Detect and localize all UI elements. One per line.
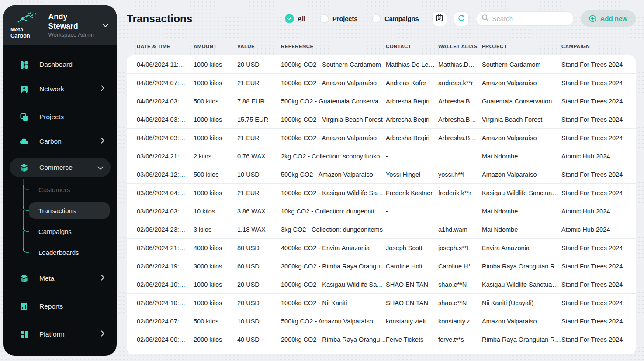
sub-item-label: Campaigns	[38, 228, 72, 235]
table-cell: 21 EUR	[237, 134, 281, 141]
table-cell: shao.e**N	[438, 281, 482, 288]
table-cell: 1000kg CO2 - Nii Kaniti	[281, 299, 386, 306]
table-row[interactable]: 04/06/2024 03:…1000 kilos15.75 EUR1000kg…	[127, 110, 636, 129]
search-input[interactable]	[492, 15, 562, 22]
table-body: 04/06/2024 11:…1000 kilos20 USD1000kg CO…	[127, 55, 636, 349]
table-row[interactable]: 03/06/2024 04:…1000 kilos21 EUR1000kg CO…	[127, 184, 636, 202]
table-row[interactable]: 04/06/2024 03:…1000 kilos21 EUR1000kg CO…	[127, 129, 636, 147]
table-row[interactable]: 02/06/2024 19:…3000 kilos60 USD3000kg CO…	[127, 257, 636, 275]
refresh-icon	[457, 14, 465, 24]
filter-label: Campaigns	[384, 15, 419, 22]
table-cell: Stand For Trees 2024	[561, 189, 635, 196]
search-box[interactable]	[476, 11, 574, 26]
checkbox-checked-icon[interactable]	[285, 14, 294, 23]
sidebar-item-transactions[interactable]: Transactions	[29, 202, 110, 219]
table-cell: 03/06/2024 03:…	[137, 208, 194, 215]
filter-all[interactable]: All	[285, 14, 306, 23]
table-row[interactable]: 02/06/2024 23:…3 kilos1.18 WAX3kg CO2 - …	[127, 220, 636, 239]
table-row[interactable]: 03/06/2024 03:…10 kilos3.86 WAX10kg CO2 …	[127, 202, 636, 220]
table-cell: ferve.t**s	[438, 336, 482, 343]
table-cell: 4000kg CO2 - Envira Amazonia	[281, 244, 386, 251]
table-row[interactable]: 02/06/2024 10:…1000 kilos20 USD1000kg CO…	[127, 294, 636, 312]
table-cell: 1000kg CO2 - Kasigau Wildlife Sa…	[281, 189, 386, 196]
sidebar-item-commerce[interactable]: Commerce	[10, 158, 111, 177]
table-row[interactable]: 04/06/2024 03:…500 kilos7.88 EUR500kg CO…	[127, 92, 636, 110]
table-row[interactable]: 02/06/2024 21:…4000 kilos80 USD4000kg CO…	[127, 239, 636, 257]
table-cell: 1000kg CO2 - Virginia Beach Forest	[281, 116, 386, 123]
table-cell: Stand For Trees 2024	[561, 336, 635, 343]
column-header[interactable]: WALLET ALIAS	[438, 44, 482, 49]
table-row[interactable]: 02/06/2024 07:…500 kilos10 USD500kg CO2 …	[127, 312, 636, 330]
transactions-table: 04/06/2024 11:…1000 kilos20 USD1000kg CO…	[127, 55, 636, 354]
page-title: Transactions	[127, 13, 192, 25]
sidebar-item-campaigns[interactable]: Campaigns	[29, 221, 110, 242]
table-cell: 1000kg CO2 - Southern Cardamom	[281, 61, 386, 68]
table-cell: 1000 kilos	[194, 189, 237, 196]
sidebar: Meta Carbon Andy Steward Workspace Admin…	[3, 5, 117, 356]
table-cell: 500 kilos	[194, 318, 237, 325]
calendar-button[interactable]	[432, 11, 447, 26]
table-cell: Rimba Raya Orangutan R…	[482, 336, 561, 343]
table-row[interactable]: 04/06/2024 11:…1000 kilos20 USD1000kg CO…	[127, 55, 636, 74]
column-header[interactable]: REFERENCE	[281, 44, 386, 49]
brand-name: Meta Carbon	[10, 27, 43, 39]
workspace-user-menu[interactable]: Meta Carbon Andy Steward Workspace Admin	[3, 5, 117, 45]
meta-box-icon	[19, 274, 29, 283]
table-row[interactable]: 02/06/2024 00:…2000 kilos40 USD2000kg CO…	[127, 330, 636, 349]
sidebar-item-reports[interactable]: Reports	[3, 294, 117, 319]
meta-carbon-logo-icon	[17, 12, 37, 26]
sidebar-item-dashboard[interactable]: Dashboard	[3, 52, 117, 77]
column-header[interactable]: PROJECT	[482, 44, 561, 49]
table-cell: 02/06/2024 23:…	[137, 226, 194, 233]
table-cell: Stand For Trees 2024	[561, 171, 635, 178]
add-new-button[interactable]: Add new	[581, 10, 636, 27]
platform-icon	[19, 330, 29, 339]
carbon-cloud-icon	[19, 138, 29, 144]
sidebar-item-platform[interactable]: Platform	[3, 322, 117, 347]
table-row[interactable]: 04/06/2024 07:…1000 kilos21 EUR1000kg CO…	[127, 74, 636, 92]
table-cell: 03/06/2024 21:…	[137, 153, 194, 160]
table-cell: Stand For Trees 2024	[561, 98, 635, 105]
chevron-down-icon	[97, 164, 104, 172]
sidebar-item-meta[interactable]: Meta	[3, 266, 117, 291]
sidebar-item-projects[interactable]: Projects	[3, 105, 117, 129]
refresh-button[interactable]	[454, 11, 469, 26]
sidebar-item-label: Meta	[39, 275, 54, 282]
commerce-box-icon	[19, 163, 29, 172]
table-cell: SHAO EN TAN	[386, 299, 438, 306]
table-cell: 3kg CO2 - Collection: dungeonitems	[281, 226, 386, 233]
table-cell: Arbresha.B…	[438, 134, 482, 141]
table-cell: 0.76 WAX	[237, 153, 281, 160]
column-header[interactable]: CONTACT	[386, 44, 438, 49]
table-cell: Caroline.H*…	[438, 263, 482, 270]
sidebar-item-leaderboards[interactable]: Leaderboards	[29, 242, 110, 263]
column-header[interactable]: AMOUNT	[194, 44, 237, 49]
column-header[interactable]: CAMPAIGN	[561, 44, 635, 49]
radio-unchecked-icon[interactable]	[372, 14, 381, 23]
table-cell: 1.18 WAX	[237, 226, 281, 233]
filter-projects[interactable]: Projects	[320, 14, 357, 23]
column-header[interactable]: DATE & TIME	[137, 44, 194, 49]
column-header[interactable]: VALUE	[237, 44, 281, 49]
chevron-down-icon	[102, 21, 109, 29]
projects-icon	[19, 113, 29, 121]
filter-campaigns[interactable]: Campaigns	[372, 14, 419, 23]
table-cell: 1000kg CO2 - Amazon Valparaíso	[281, 79, 386, 86]
table-row[interactable]: 02/06/2024 10:…1000 kilos20 USD1000kg CO…	[127, 275, 636, 294]
table-cell: Atomic Hub 2024	[561, 208, 635, 215]
radio-unchecked-icon[interactable]	[320, 14, 329, 23]
table-cell: Kasigau Wildlife Sanctua…	[482, 281, 561, 288]
sidebar-item-network[interactable]: Network	[3, 77, 117, 101]
table-cell: Caroline Holt	[386, 263, 438, 270]
table-row[interactable]: 03/06/2024 21:…2 kilos0.76 WAX2kg CO2 - …	[127, 147, 636, 165]
table-cell: andreas.k**r	[438, 79, 482, 86]
table-cell: 03/06/2024 04:…	[137, 189, 194, 196]
table-cell: 1000kg CO2 - Kasigau Wildlife Sa…	[281, 281, 386, 288]
sidebar-item-customers[interactable]: Customers	[29, 179, 110, 200]
table-cell: joseph.s**t	[438, 244, 482, 251]
table-row[interactable]: 03/06/2024 12:…500 kilos10 USD500kg CO2 …	[127, 165, 636, 184]
sidebar-item-carbon[interactable]: Carbon	[3, 129, 117, 154]
table-cell: Stand For Trees 2024	[561, 263, 635, 270]
table-cell: Stand For Trees 2024	[561, 318, 635, 325]
table-cell: 80 USD	[237, 244, 281, 251]
